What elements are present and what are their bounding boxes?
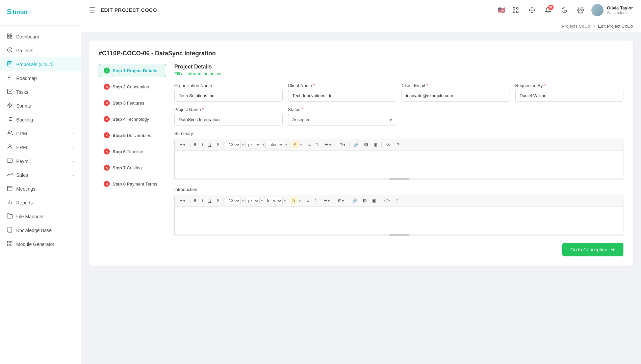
tb-link-btn[interactable]: 🔗 [352, 141, 361, 148]
sidebar-item-crm[interactable]: CRM › [0, 127, 81, 140]
tb2-code-btn[interactable]: </> [382, 197, 392, 204]
settings-icon[interactable] [575, 5, 586, 16]
tb-image-btn[interactable]: 🖼 [362, 141, 370, 148]
tb-media-btn[interactable]: ▣ [371, 141, 379, 148]
tb2-help-btn[interactable]: ? [393, 197, 400, 204]
language-flag-icon[interactable]: 🇺🇸 [497, 6, 505, 14]
tb2-unordered-list-btn[interactable]: ≡ [305, 197, 311, 204]
summary-editor-body[interactable] [175, 151, 623, 178]
step-5-status-dot: ✕ [104, 132, 110, 138]
sidebar-item-payroll[interactable]: Payroll › [0, 154, 81, 168]
tb-strikethrough-btn[interactable]: S [215, 141, 222, 148]
tb-italic-btn[interactable]: I [200, 141, 205, 148]
sidebar-label-crm: CRM [16, 131, 27, 136]
sidebar-item-projects[interactable]: Projects [0, 44, 81, 57]
sidebar-item-file-manager[interactable]: File Manager [0, 209, 81, 223]
tb2-align-btn[interactable]: ☰ ▾ [322, 197, 332, 204]
svg-rect-4 [7, 37, 9, 38]
step-2-label: Step 2 Conception [112, 84, 149, 89]
tb-code-btn[interactable]: </> [384, 141, 393, 148]
organization-name-input[interactable] [174, 90, 283, 102]
tb2-strikethrough-btn[interactable]: S [215, 197, 222, 204]
tb2-underline-btn[interactable]: U [206, 197, 213, 204]
tb-fontsize-select[interactable]: 13141618 [226, 141, 241, 148]
summary-label: Summary [174, 131, 623, 136]
introduction-editor-body[interactable] [175, 207, 623, 234]
sidebar-item-hrm[interactable]: HRM › [0, 140, 81, 154]
sidebar-item-sprints[interactable]: Sprints [0, 99, 81, 113]
tb-underline-btn[interactable]: U [206, 141, 213, 148]
form-row-2: Project Name * Status * Draft Accepted R… [174, 107, 623, 125]
breadcrumb-current: Edit Project CoCo [598, 24, 633, 29]
sprints-icon [7, 102, 13, 109]
tb2-bold-btn[interactable]: B [191, 197, 199, 204]
tb-align-btn[interactable]: ☰ ▾ [323, 141, 333, 148]
sidebar-item-backlog[interactable]: Backlog [0, 113, 81, 127]
tb2-magic-btn[interactable]: ✦ ▾ [177, 197, 187, 204]
step-5[interactable]: ✕ Step 5 Deliverables [99, 129, 166, 142]
project-name-input[interactable] [174, 114, 283, 125]
svg-rect-11 [7, 186, 12, 191]
tb2-italic-btn[interactable]: I [200, 197, 205, 204]
sidebar-label-meetings: Meetings [16, 186, 35, 192]
tb2-media-btn[interactable]: ▣ [370, 197, 378, 204]
apps-grid-icon[interactable] [510, 5, 521, 16]
step-1[interactable]: ✓ Step 1 Project Details [99, 64, 166, 77]
tb2-color-btn[interactable]: A [290, 197, 298, 204]
tb2-image-btn[interactable]: 🖼 [361, 197, 369, 204]
breadcrumb-parent[interactable]: Projects CoCo [562, 24, 590, 29]
form-area: Project Details Fill all information bel… [174, 64, 623, 256]
user-profile[interactable]: Olivia Taylor Administrator [591, 4, 633, 16]
step-6[interactable]: ✕ Step 6 Timeline [99, 145, 166, 158]
notifications-icon[interactable]: 52 [543, 5, 554, 16]
tb2-ordered-list-btn[interactable]: 1. [313, 197, 320, 204]
tb2-font-select[interactable]: Inter [264, 197, 283, 204]
cross-arrows-icon[interactable] [527, 5, 537, 16]
sidebar-item-module-generator[interactable]: Module Generator [0, 237, 81, 251]
client-email-input[interactable] [402, 90, 510, 102]
sidebar-item-tasks[interactable]: Tasks [0, 85, 81, 99]
tb-bold-btn[interactable]: B [191, 141, 199, 148]
hrm-icon [7, 144, 13, 151]
tb2-table-btn[interactable]: ⊞ ▾ [336, 197, 346, 204]
requested-by-input[interactable] [515, 90, 624, 102]
status-select[interactable]: Draft Accepted Rejected Pending [288, 114, 396, 125]
step-3[interactable]: ✕ Step 3 Features [99, 96, 166, 110]
proposals-icon [7, 61, 13, 68]
tb-help-btn[interactable]: ? [395, 141, 401, 148]
tb-color-btn[interactable]: A [291, 141, 299, 148]
sidebar-item-reports[interactable]: Reports [0, 196, 81, 209]
tb-magic-btn[interactable]: ✦ ▾ [177, 141, 187, 148]
sidebar-item-roadmap[interactable]: Roadmap [0, 71, 81, 85]
topbar-left: ☰ EDIT PROJECT COCO [89, 6, 157, 14]
client-name-input[interactable] [288, 90, 396, 102]
step-2[interactable]: ✕ Step 2 Conception [99, 80, 166, 93]
step-8[interactable]: ✕ Step 8 Payment Terms [99, 177, 166, 191]
user-text: Olivia Taylor Administrator [607, 5, 633, 15]
step-8-status-dot: ✕ [104, 181, 110, 187]
tb-unordered-list-btn[interactable]: ≡ [306, 141, 313, 148]
dark-mode-icon[interactable] [559, 5, 570, 16]
tb-font-select[interactable]: InterArial [265, 141, 284, 148]
tb2-unit-select[interactable]: px [245, 197, 260, 204]
sidebar-label-dashboard: Dashboard [16, 34, 40, 39]
placeholder-2 [515, 107, 624, 125]
sidebar-item-sales[interactable]: Sales › [0, 168, 81, 182]
avatar-image [591, 4, 604, 16]
step-4[interactable]: ✕ Step 4 Technology [99, 112, 166, 126]
tb-unit-select[interactable]: pxem [245, 141, 261, 148]
sidebar-item-proposals[interactable]: Proposals (CoCo) [0, 57, 81, 71]
steps-panel: ✓ Step 1 Project Details ✕ Step 2 Concep… [99, 64, 166, 256]
sidebar-item-dashboard[interactable]: Dashboard [0, 30, 81, 44]
tb-ordered-list-btn[interactable]: 1. [314, 141, 322, 148]
tb-table-btn[interactable]: ⊞ ▾ [337, 141, 347, 148]
sidebar-item-meetings[interactable]: Meetings [0, 182, 81, 196]
tb2-fontsize-select[interactable]: 1314 [226, 197, 241, 204]
sidebar-label-module-generator: Module Generator [16, 242, 54, 247]
tb-sep-6 [349, 142, 350, 148]
hamburger-button[interactable]: ☰ [89, 6, 95, 14]
tb2-link-btn[interactable]: 🔗 [350, 197, 359, 204]
step-7[interactable]: ✕ Step 7 Costing [99, 161, 166, 174]
sidebar-item-knowledge-base[interactable]: Knowledge Base [0, 223, 81, 237]
go-to-conception-button[interactable]: Go to Conception [562, 243, 623, 256]
